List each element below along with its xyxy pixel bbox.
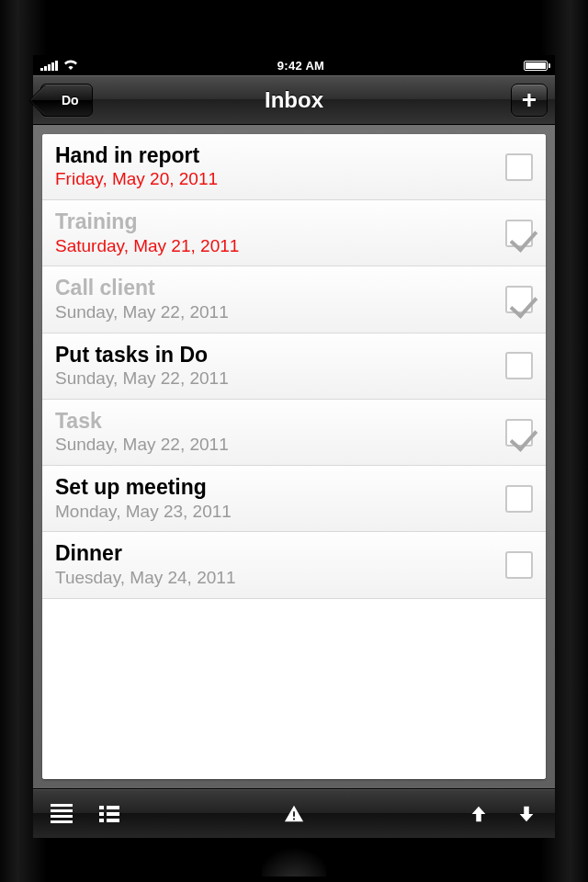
wifi-icon [63, 59, 78, 73]
status-time: 9:42 AM [277, 59, 324, 73]
task-title: Dinner [55, 541, 496, 565]
task-checkbox[interactable] [505, 485, 533, 513]
navigation-bar: Do Inbox + [33, 75, 555, 125]
task-date: Saturday, May 21, 2011 [55, 236, 496, 257]
task-title: Call client [55, 276, 496, 300]
task-date: Monday, May 23, 2011 [55, 502, 496, 523]
task-row[interactable]: TaskSunday, May 22, 2011 [42, 400, 546, 466]
task-checkbox[interactable] [505, 419, 533, 447]
cell-signal-icon [40, 61, 58, 71]
arrow-down-icon[interactable] [514, 804, 538, 824]
task-title: Task [55, 409, 496, 433]
task-title: Put tasks in Do [55, 343, 496, 367]
view-lines-icon[interactable] [50, 804, 74, 824]
task-list[interactable]: Hand in reportFriday, May 20, 2011Traini… [42, 134, 546, 779]
task-checkbox[interactable] [505, 220, 533, 247]
task-row[interactable]: Set up meetingMonday, May 23, 2011 [42, 466, 546, 532]
task-checkbox[interactable] [505, 286, 533, 313]
task-date: Friday, May 20, 2011 [55, 169, 496, 190]
task-title: Hand in report [55, 143, 496, 167]
back-button[interactable]: Do [40, 84, 93, 117]
page-title: Inbox [33, 87, 555, 113]
task-checkbox[interactable] [505, 551, 533, 579]
phone-frame: 9:42 AM Do Inbox + Hand in reportFriday,… [0, 0, 588, 882]
task-row[interactable]: TrainingSaturday, May 21, 2011 [42, 200, 546, 266]
task-checkbox[interactable] [505, 153, 533, 181]
battery-icon [524, 61, 548, 71]
task-row[interactable]: Call clientSunday, May 22, 2011 [42, 266, 546, 333]
task-title: Set up meeting [55, 475, 496, 499]
task-row[interactable]: DinnerTuesday, May 24, 2011 [42, 532, 546, 598]
task-row[interactable]: Put tasks in DoSunday, May 22, 2011 [42, 334, 546, 400]
toolbar [33, 788, 555, 838]
task-row[interactable]: Hand in reportFriday, May 20, 2011 [42, 134, 546, 200]
alert-icon[interactable] [282, 804, 306, 824]
back-button-label: Do [62, 93, 79, 107]
view-list-icon[interactable] [97, 804, 121, 824]
plus-icon: + [522, 85, 537, 115]
task-title: Training [55, 209, 496, 233]
list-filler [42, 599, 546, 779]
status-bar: 9:42 AM [33, 55, 555, 75]
task-date: Tuesday, May 24, 2011 [55, 568, 496, 589]
add-button[interactable]: + [511, 84, 548, 117]
home-button[interactable] [262, 840, 326, 876]
screen: 9:42 AM Do Inbox + Hand in reportFriday,… [33, 55, 555, 838]
content-area: Hand in reportFriday, May 20, 2011Traini… [33, 125, 555, 788]
arrow-up-icon[interactable] [467, 804, 491, 824]
task-date: Sunday, May 22, 2011 [55, 368, 496, 390]
task-date: Sunday, May 22, 2011 [55, 302, 496, 323]
task-date: Sunday, May 22, 2011 [55, 435, 496, 456]
task-checkbox[interactable] [505, 352, 533, 379]
